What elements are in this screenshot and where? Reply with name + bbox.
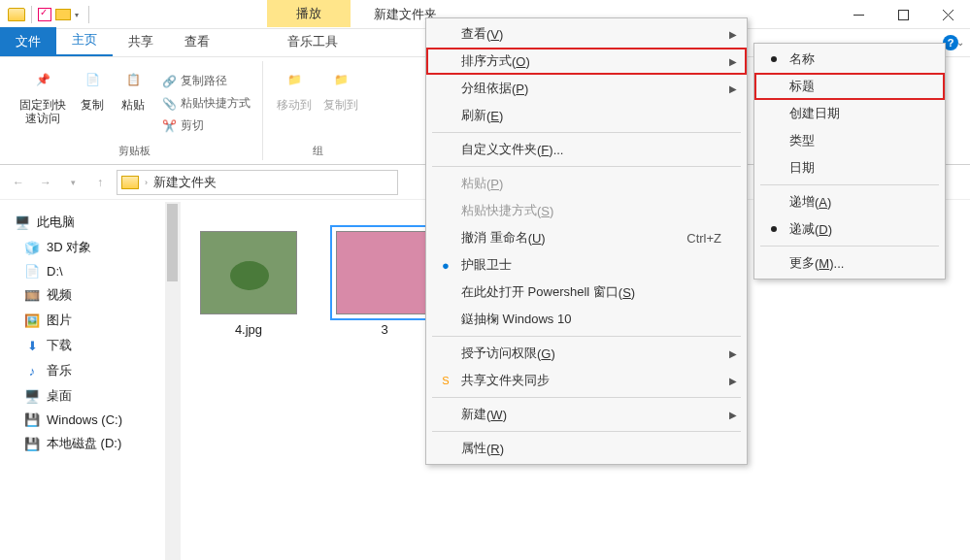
sort-type[interactable]: 类型 <box>754 127 945 154</box>
chevron-right-icon: ▶ <box>729 376 737 386</box>
nav-recent-caret[interactable]: ▾ <box>62 172 84 193</box>
file-item[interactable]: 3 <box>336 231 433 337</box>
bullet-icon <box>771 56 777 62</box>
download-icon: ⬇ <box>23 339 41 352</box>
file-name-label: 4.jpg <box>235 322 262 337</box>
ctx-paste: 粘贴(P) <box>426 170 747 197</box>
ctx-refresh[interactable]: 刷新(E) <box>426 102 747 129</box>
copyto-icon: 📁 <box>326 65 355 94</box>
address-segment[interactable]: 新建文件夹 <box>153 174 217 191</box>
tree-desktop[interactable]: 🖥️桌面 <box>4 383 161 409</box>
tree-d-drive[interactable]: 📄D:\ <box>4 260 161 282</box>
svg-rect-1 <box>898 10 908 19</box>
pin-button[interactable]: 📌 固定到快 速访问 <box>14 63 72 144</box>
pasteshortcut-icon: 📎 <box>161 96 177 112</box>
ctx-undo-rename[interactable]: 撤消 重命名(U)Ctrl+Z <box>426 224 747 251</box>
chevron-right-icon: ▶ <box>729 348 737 359</box>
maximize-button[interactable] <box>881 0 925 29</box>
nav-back-button[interactable]: ← <box>8 172 29 193</box>
menu-separator <box>432 166 741 167</box>
menu-separator <box>432 132 741 133</box>
tree-videos[interactable]: 🎞️视频 <box>4 282 161 308</box>
ctx-windows10[interactable]: 鎹抽椈 Windows 10 <box>426 306 747 333</box>
sort-created[interactable]: 创建日期 <box>754 100 945 127</box>
sort-title[interactable]: 标题 <box>754 73 945 100</box>
cut-button[interactable]: ✂️剪切 <box>157 115 254 136</box>
moveto-icon: 📁 <box>280 65 309 94</box>
address-bar[interactable]: › 新建文件夹 <box>117 170 398 195</box>
ctx-grant-access[interactable]: 授予访问权限(G)▶ <box>426 340 747 367</box>
desktop-icon: 🖥️ <box>23 389 41 403</box>
moveto-button[interactable]: 📁 移动到 <box>271 63 318 144</box>
tree-3d-objects[interactable]: 🧊3D 对象 <box>4 235 161 260</box>
copy-button[interactable]: 📄 复制 <box>72 63 113 144</box>
sort-more[interactable]: 更多(M)... <box>754 249 945 277</box>
nav-up-button[interactable]: ↑ <box>89 172 111 193</box>
ctx-eyeguard[interactable]: ●护眼卫士 <box>426 251 747 279</box>
ctx-new[interactable]: 新建(W)▶ <box>426 401 747 428</box>
ctx-properties[interactable]: 属性(R) <box>426 435 747 462</box>
tree-windows-c[interactable]: 💾Windows (C:) <box>4 409 161 431</box>
ctx-customize-folder[interactable]: 自定义文件夹(F)... <box>426 136 747 163</box>
tab-home[interactable]: 主页 <box>56 25 113 56</box>
copy-icon: 📄 <box>78 65 107 94</box>
file-item[interactable]: 4.jpg <box>200 231 297 337</box>
menu-separator <box>760 184 939 185</box>
qat-dropdown-caret[interactable]: ▾ <box>75 11 83 18</box>
clipboard-group-label: 剪贴板 <box>118 144 151 158</box>
context-submenu-sort: 名称 标题 创建日期 类型 日期 递增(A) 递减(D) 更多(M)... <box>753 43 946 280</box>
tree-this-pc[interactable]: 🖥️ 此电脑 <box>4 210 161 235</box>
doc-icon: 📄 <box>23 265 41 279</box>
tab-share[interactable]: 共享 <box>113 27 169 56</box>
paste-button[interactable]: 📋 粘贴 <box>113 63 153 144</box>
ctx-share-sync[interactable]: S共享文件夹同步▶ <box>426 367 747 394</box>
sync-icon: S <box>438 375 453 386</box>
new-folder-icon[interactable] <box>55 9 71 20</box>
tab-music-tools[interactable]: 音乐工具 <box>270 27 355 56</box>
properties-icon[interactable] <box>38 8 51 21</box>
context-tab-play[interactable]: 播放 <box>267 0 351 27</box>
address-sep: › <box>145 178 148 187</box>
close-button[interactable] <box>925 0 970 29</box>
copyto-button[interactable]: 📁 复制到 <box>318 63 364 144</box>
cube-icon: 🧊 <box>23 241 41 254</box>
tab-view[interactable]: 查看 <box>169 27 225 56</box>
qat-divider2 <box>88 6 89 23</box>
tree-downloads[interactable]: ⬇下载 <box>4 333 161 358</box>
sort-date[interactable]: 日期 <box>754 154 945 181</box>
sort-name[interactable]: 名称 <box>754 46 945 73</box>
scrollbar-thumb[interactable] <box>167 204 178 281</box>
paste-icon: 📋 <box>118 65 148 94</box>
ctx-open-powershell[interactable]: 在此处打开 Powershell 窗口(S) <box>426 279 747 306</box>
sort-ascending[interactable]: 递增(A) <box>754 188 945 215</box>
disk-icon: 💾 <box>23 437 41 450</box>
copypath-icon: 🔗 <box>161 74 177 89</box>
pin-icon: 📌 <box>28 65 57 94</box>
tab-file[interactable]: 文件 <box>0 27 56 56</box>
pictures-icon: 🖼️ <box>23 313 41 327</box>
eyeguard-icon: ● <box>438 258 453 273</box>
tree-music[interactable]: ♪音乐 <box>4 358 161 383</box>
chevron-right-icon: ▶ <box>729 410 737 420</box>
tree-local-d[interactable]: 💾本地磁盘 (D:) <box>4 431 161 456</box>
copy-path-button[interactable]: 🔗复制路径 <box>157 71 254 91</box>
sidebar-scrollbar[interactable] <box>165 202 181 560</box>
organize-group-label: 组 <box>313 144 323 158</box>
nav-forward-button[interactable]: → <box>35 172 56 193</box>
thumbnail-image <box>200 231 297 314</box>
nav-tree[interactable]: 🖥️ 此电脑 🧊3D 对象 📄D:\ 🎞️视频 🖼️图片 ⬇下载 ♪音乐 🖥️桌… <box>0 202 165 560</box>
chevron-right-icon: ▶ <box>729 29 737 40</box>
video-icon: 🎞️ <box>23 288 41 302</box>
ctx-sort-by[interactable]: 排序方式(O)▶ <box>426 48 747 75</box>
bullet-icon <box>771 226 777 232</box>
folder-icon <box>8 8 25 21</box>
ctx-group-by[interactable]: 分组依据(P)▶ <box>426 75 747 102</box>
tree-pictures[interactable]: 🖼️图片 <box>4 308 161 333</box>
ctx-view[interactable]: 查看(V)▶ <box>426 20 747 48</box>
minimize-button[interactable] <box>836 0 881 29</box>
paste-shortcut-button[interactable]: 📎粘贴快捷方式 <box>157 93 254 114</box>
music-icon: ♪ <box>23 364 41 378</box>
sort-descending[interactable]: 递减(D) <box>754 215 945 243</box>
cut-icon: ✂️ <box>161 118 177 134</box>
thumbnail-image <box>336 231 433 314</box>
